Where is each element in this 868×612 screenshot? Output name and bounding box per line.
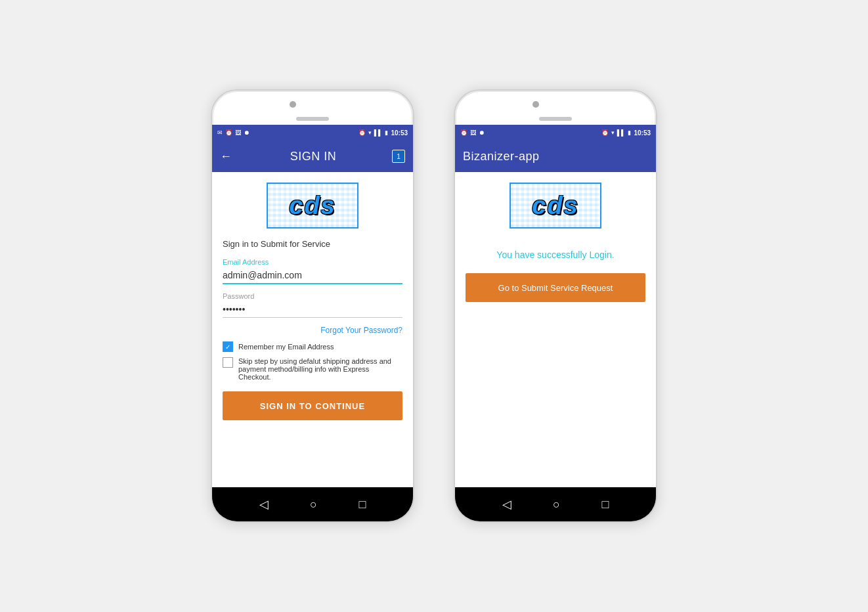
phone-1: ✉ ⏰ 🖼 ⏺ ⏰ ▾ ▌▌ ▮ 10:53 ← SIGN IN 1 [211, 89, 414, 523]
alarm3-icon: ⏰ [601, 129, 609, 136]
nav-bar-1: ◁ ○ □ [212, 487, 413, 521]
status-left-2: ⏰ 🖼 ⏺ [460, 129, 485, 136]
success-message: You have successfully Login. [496, 250, 614, 260]
camera-icon-1 [290, 101, 296, 108]
cds-logo-text-1: cds [289, 192, 336, 220]
back-nav-icon-1[interactable]: ◁ [259, 497, 269, 512]
remember-email-row: ✓ Remember my Email Address [223, 341, 402, 352]
alarm-icon: ⏰ [225, 129, 232, 136]
status-bar-2: ⏰ 🖼 ⏺ ⏰ ▾ ▌▌ ▮ 10:53 [455, 125, 656, 141]
app-title-2: Bizanizer-app [463, 150, 648, 164]
email-input[interactable] [223, 267, 402, 284]
time-display-1: 10:53 [391, 129, 408, 137]
email-field-container: Email Address [223, 258, 402, 284]
alarm2-icon: ⏰ [358, 129, 366, 136]
status-right-1: ⏰ ▾ ▌▌ ▮ 10:53 [358, 129, 408, 137]
signal-icon: ▌▌ [374, 129, 383, 136]
phone-screen-1: ✉ ⏰ 🖼 ⏺ ⏰ ▾ ▌▌ ▮ 10:53 ← SIGN IN 1 [212, 125, 413, 487]
badge-1: 1 [392, 150, 405, 163]
status-bar-1: ✉ ⏰ 🖼 ⏺ ⏰ ▾ ▌▌ ▮ 10:53 [212, 125, 413, 141]
circle-icon: ⏺ [244, 129, 250, 136]
remember-label: Remember my Email Address [238, 343, 334, 351]
wifi-icon: ▾ [368, 129, 372, 136]
express-checkbox[interactable] [223, 357, 233, 368]
cds-logo-1: cds [267, 183, 358, 229]
speaker-2 [539, 117, 572, 121]
status-left-1: ✉ ⏰ 🖼 ⏺ [217, 129, 250, 136]
battery-icon: ▮ [385, 129, 388, 136]
home-nav-icon-2[interactable]: ○ [553, 498, 560, 512]
sign-in-subtitle: Sign in to Submit for Service [223, 239, 330, 249]
circle-icon-2: ⏺ [479, 129, 485, 136]
camera-icon-2 [532, 101, 539, 108]
alarm-icon-2: ⏰ [460, 129, 467, 136]
home-nav-icon-1[interactable]: ○ [310, 498, 317, 512]
image-icon-2: 🖼 [470, 129, 476, 136]
speaker-1 [296, 117, 329, 121]
app-bar-1: ← SIGN IN 1 [212, 141, 413, 172]
battery-icon-2: ▮ [628, 129, 631, 136]
forgot-password-link[interactable]: Forgot Your Password? [320, 326, 402, 335]
phone-top-2 [455, 91, 656, 125]
password-label: Password [223, 292, 402, 300]
cds-logo-2: cds [510, 183, 601, 229]
checkmark-icon: ✓ [225, 343, 230, 351]
express-checkout-row: Skip step by using defalut shipping addr… [223, 357, 402, 381]
status-right-2: ⏰ ▾ ▌▌ ▮ 10:53 [601, 129, 651, 137]
back-nav-icon-2[interactable]: ◁ [502, 497, 511, 512]
screen-content-1: cds Sign in to Submit for Service Email … [212, 172, 413, 487]
forgot-row: Forgot Your Password? [223, 326, 402, 335]
express-label: Skip step by using defalut shipping addr… [238, 357, 402, 381]
cds-logo-text-2: cds [532, 192, 578, 220]
app-bar-2: Bizanizer-app [455, 141, 656, 172]
remember-checkbox[interactable]: ✓ [223, 341, 233, 352]
phone-screen-2: ⏰ 🖼 ⏺ ⏰ ▾ ▌▌ ▮ 10:53 Bizanizer-app [455, 125, 656, 487]
signal-icon-2: ▌▌ [617, 129, 626, 136]
nav-bar-2: ◁ ○ □ [455, 487, 656, 521]
recent-nav-icon-1[interactable]: □ [358, 498, 366, 512]
wifi-icon-2: ▾ [611, 129, 615, 136]
back-button-1[interactable]: ← [220, 150, 232, 164]
success-content: cds You have successfully Login. Go to S… [455, 172, 656, 487]
go-to-service-button[interactable]: Go to Submit Service Request [466, 273, 645, 302]
password-input[interactable] [223, 301, 402, 318]
image-icon: 🖼 [235, 129, 241, 136]
password-field-container: Password [223, 292, 402, 318]
phones-container: ✉ ⏰ 🖼 ⏺ ⏰ ▾ ▌▌ ▮ 10:53 ← SIGN IN 1 [211, 89, 657, 523]
envelope-icon: ✉ [217, 129, 223, 136]
email-label: Email Address [223, 258, 402, 266]
app-title-1: SIGN IN [234, 150, 392, 164]
time-display-2: 10:53 [634, 129, 651, 137]
phone-2: ⏰ 🖼 ⏺ ⏰ ▾ ▌▌ ▮ 10:53 Bizanizer-app [454, 89, 657, 523]
phone-top-1 [212, 91, 413, 125]
sign-in-button[interactable]: SIGN IN TO CONTINUE [223, 391, 402, 420]
recent-nav-icon-2[interactable]: □ [601, 498, 609, 512]
